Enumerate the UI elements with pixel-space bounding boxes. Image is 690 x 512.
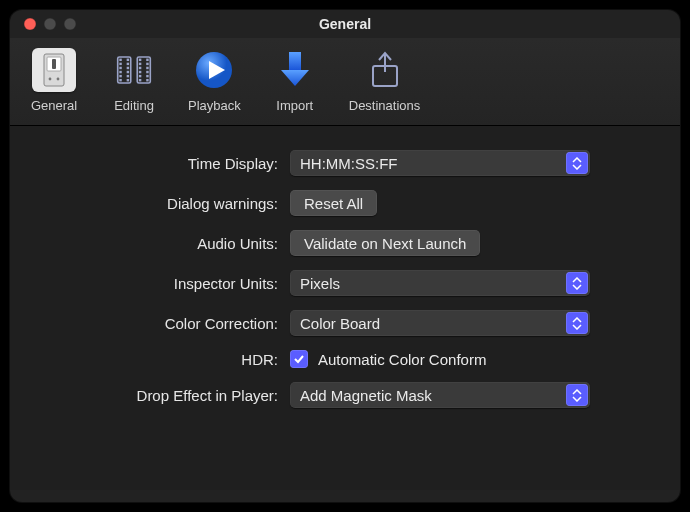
svg-rect-15 bbox=[127, 71, 129, 73]
general-settings-panel: Time Display: HH:MM:SS:FF Dialog warning… bbox=[10, 126, 680, 490]
svg-rect-12 bbox=[127, 59, 129, 61]
svg-point-4 bbox=[57, 78, 60, 81]
chevron-updown-icon bbox=[566, 152, 588, 174]
share-icon bbox=[363, 48, 407, 92]
audio-units-label: Audio Units: bbox=[50, 235, 290, 252]
color-correction-select[interactable]: Color Board bbox=[290, 310, 590, 336]
tab-destinations-label: Destinations bbox=[349, 98, 421, 113]
dialog-warnings-label: Dialog warnings: bbox=[50, 195, 290, 212]
svg-rect-32 bbox=[289, 52, 301, 70]
hdr-checkbox-label: Automatic Color Conform bbox=[318, 351, 486, 368]
svg-rect-23 bbox=[139, 75, 141, 77]
inspector-units-label: Inspector Units: bbox=[50, 275, 290, 292]
inspector-units-value: Pixels bbox=[300, 275, 340, 292]
svg-rect-2 bbox=[52, 59, 56, 69]
svg-rect-29 bbox=[146, 75, 148, 77]
check-icon bbox=[293, 353, 305, 365]
filmstrip-icon bbox=[112, 48, 156, 92]
svg-rect-13 bbox=[127, 63, 129, 65]
close-window-button[interactable] bbox=[24, 18, 36, 30]
svg-point-3 bbox=[49, 78, 52, 81]
chevron-updown-icon bbox=[566, 312, 588, 334]
svg-rect-28 bbox=[146, 71, 148, 73]
tab-general-label: General bbox=[31, 98, 77, 113]
svg-rect-8 bbox=[119, 67, 121, 69]
switch-icon bbox=[32, 48, 76, 92]
tab-editing-label: Editing bbox=[114, 98, 154, 113]
svg-rect-22 bbox=[139, 71, 141, 73]
svg-rect-21 bbox=[139, 67, 141, 69]
zoom-window-button[interactable] bbox=[64, 18, 76, 30]
window-controls bbox=[10, 18, 76, 30]
time-display-value: HH:MM:SS:FF bbox=[300, 155, 398, 172]
svg-rect-7 bbox=[119, 63, 121, 65]
time-display-select[interactable]: HH:MM:SS:FF bbox=[290, 150, 590, 176]
hdr-auto-conform-checkbox[interactable] bbox=[290, 350, 308, 368]
drop-effect-label: Drop Effect in Player: bbox=[50, 387, 290, 404]
tab-import[interactable]: Import bbox=[265, 46, 325, 115]
preferences-window: General General bbox=[10, 10, 680, 502]
color-correction-value: Color Board bbox=[300, 315, 380, 332]
tab-destinations[interactable]: Destinations bbox=[345, 46, 425, 115]
svg-rect-11 bbox=[119, 79, 121, 81]
svg-rect-25 bbox=[146, 59, 148, 61]
time-display-label: Time Display: bbox=[50, 155, 290, 172]
window-title: General bbox=[10, 16, 680, 32]
tab-import-label: Import bbox=[276, 98, 313, 113]
validate-audio-units-button[interactable]: Validate on Next Launch bbox=[290, 230, 480, 256]
svg-rect-27 bbox=[146, 67, 148, 69]
play-icon bbox=[192, 48, 236, 92]
drop-effect-value: Add Magnetic Mask bbox=[300, 387, 432, 404]
inspector-units-select[interactable]: Pixels bbox=[290, 270, 590, 296]
tab-playback[interactable]: Playback bbox=[184, 46, 245, 115]
svg-rect-30 bbox=[146, 79, 148, 81]
svg-rect-17 bbox=[127, 79, 129, 81]
tab-playback-label: Playback bbox=[188, 98, 241, 113]
svg-rect-19 bbox=[139, 59, 141, 61]
hdr-label: HDR: bbox=[50, 351, 290, 368]
download-icon bbox=[273, 48, 317, 92]
svg-rect-6 bbox=[119, 59, 121, 61]
svg-rect-10 bbox=[119, 75, 121, 77]
chevron-updown-icon bbox=[566, 272, 588, 294]
svg-rect-20 bbox=[139, 63, 141, 65]
reset-all-button[interactable]: Reset All bbox=[290, 190, 377, 216]
svg-rect-9 bbox=[119, 71, 121, 73]
svg-rect-24 bbox=[139, 79, 141, 81]
chevron-updown-icon bbox=[566, 384, 588, 406]
minimize-window-button[interactable] bbox=[44, 18, 56, 30]
preferences-toolbar: General Editing bbox=[10, 38, 680, 126]
titlebar: General bbox=[10, 10, 680, 38]
drop-effect-select[interactable]: Add Magnetic Mask bbox=[290, 382, 590, 408]
svg-rect-14 bbox=[127, 67, 129, 69]
svg-rect-16 bbox=[127, 75, 129, 77]
svg-rect-26 bbox=[146, 63, 148, 65]
tab-editing[interactable]: Editing bbox=[104, 46, 164, 115]
tab-general[interactable]: General bbox=[24, 46, 84, 115]
color-correction-label: Color Correction: bbox=[50, 315, 290, 332]
